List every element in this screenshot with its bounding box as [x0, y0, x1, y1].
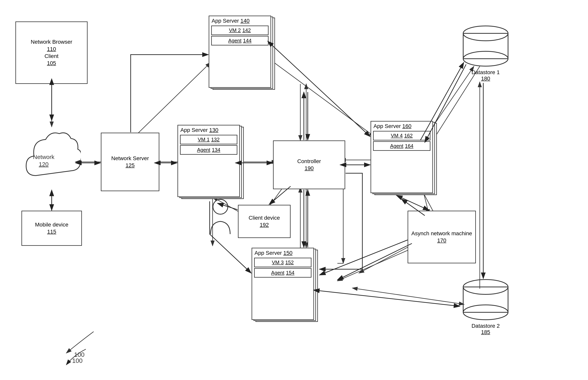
agent-144-id: 144 [243, 38, 251, 44]
datastore2-id: 185 [481, 329, 490, 335]
network-server-label: Network Server [111, 155, 149, 162]
agent-154-id: 154 [286, 270, 294, 276]
client-browser-box: Network Browser 110 Client 105 [15, 21, 88, 84]
app-server-150-main: App Server 150 VM 3 152 Agent 154 [252, 248, 314, 320]
datastore2-label: Datastore 2 [472, 323, 500, 329]
network-server-box: Network Server 125 [101, 133, 159, 191]
app-server-130-main: App Server 130 VM 1 132 Agent 134 [178, 125, 240, 197]
svg-line-55 [319, 240, 408, 275]
browser-id: 110 [47, 46, 56, 53]
app-server-130-stack: App Server 130 VM 1 132 Agent 134 [178, 125, 244, 201]
browser-label: Network Browser [31, 38, 72, 45]
datastore2-svg [460, 279, 511, 322]
agent-144-box: Agent 144 [211, 36, 269, 45]
mobile-id: 115 [47, 228, 56, 235]
agent-144-label: Agent [228, 38, 241, 44]
vm1-id: 132 [211, 136, 220, 143]
app-server-150-label: App Server [255, 250, 282, 256]
app-server-140-stack: App Server 140 VM 2 142 Agent 144 [209, 16, 275, 92]
cloud-svg: Network 120 [20, 121, 81, 195]
app-server-150-title: App Server 150 [252, 248, 313, 257]
mobile-device-box: Mobile device 115 [21, 211, 82, 246]
app-server-140-id: 140 [240, 18, 250, 24]
app-server-160-stack: App Server 160 VM 4 162 Agent 164 [370, 121, 437, 197]
asynch-id: 170 [437, 237, 446, 244]
svg-text:Network: Network [33, 154, 55, 160]
client-device-id: 192 [260, 221, 269, 228]
vm4-label: VM 4 [391, 133, 403, 139]
app-server-160-main: App Server 160 VM 4 162 Agent 164 [370, 121, 433, 193]
person-svg: 194 [207, 197, 234, 236]
client-label: Client [44, 53, 58, 60]
app-server-160-title: App Server 160 [371, 122, 432, 130]
agent-134-id: 134 [212, 147, 220, 153]
asynch-box: Asynch network machine 170 [408, 211, 476, 263]
vm3-label: VM 3 [272, 259, 284, 266]
controller-id: 190 [305, 165, 314, 172]
vm2-id: 142 [242, 27, 251, 33]
svg-line-11 [263, 55, 374, 136]
datastore2: Datastore 2 185 [460, 279, 511, 336]
svg-line-54 [401, 198, 429, 210]
agent-154-box: Agent 154 [254, 268, 312, 278]
datastore1-id: 180 [481, 76, 490, 82]
diagram: Network Browser 110 Client 105 Network 1… [0, 0, 588, 380]
vm2-box: VM 2 142 [211, 26, 269, 35]
agent-134-label: Agent [197, 147, 210, 153]
app-server-130-id: 130 [209, 127, 219, 133]
datastore1-svg [460, 26, 511, 68]
datastore1: Datastore 1 180 [460, 25, 511, 82]
svg-text:120: 120 [39, 161, 49, 167]
person-icon: 194 [207, 197, 234, 236]
agent-134-box: Agent 134 [180, 145, 237, 155]
mobile-label: Mobile device [35, 221, 68, 228]
network-cloud: Network 120 [20, 121, 81, 195]
client-id: 105 [47, 60, 56, 67]
app-server-150-stack: App Server 150 VM 3 152 Agent 154 [252, 248, 318, 324]
svg-line-46 [272, 45, 370, 136]
controller-label: Controller [297, 158, 321, 165]
controller-box: Controller 190 [273, 140, 345, 189]
app-server-130-title: App Server 130 [178, 125, 239, 134]
app-server-150-id: 150 [283, 250, 293, 256]
app-server-130-label: App Server [180, 127, 208, 133]
agent-154-label: Agent [271, 270, 284, 276]
vm1-box: VM 1 132 [180, 135, 237, 144]
vm4-id: 162 [404, 133, 413, 139]
agent-164-box: Agent 164 [373, 141, 430, 151]
datastore1-label: Datastore 1 [472, 69, 500, 76]
vm4-box: VM 4 162 [373, 131, 430, 140]
svg-line-57 [319, 291, 460, 306]
app-server-140-title: App Server 140 [209, 16, 271, 25]
asynch-label: Asynch network machine [411, 230, 472, 237]
agent-164-label: Agent [390, 143, 403, 149]
svg-line-59 [337, 244, 412, 280]
diagram-label-100: 100 [58, 328, 107, 358]
svg-point-29 [213, 199, 228, 214]
ref-100: 100 [72, 357, 82, 364]
client-device-box: Client device 192 [238, 205, 291, 238]
network-server-id: 125 [126, 162, 135, 169]
vm1-label: VM 1 [198, 136, 210, 143]
vm3-id: 152 [285, 259, 294, 266]
client-device-label: Client device [249, 214, 280, 221]
app-server-140-label: App Server [212, 18, 239, 24]
app-server-160-id: 160 [402, 123, 411, 129]
vm2-label: VM 2 [229, 27, 241, 33]
app-server-140-main: App Server 140 VM 2 142 Agent 144 [209, 16, 271, 88]
svg-rect-32 [463, 33, 508, 59]
agent-164-id: 164 [405, 143, 413, 149]
app-server-160-label: App Server [373, 123, 401, 129]
svg-text:194: 194 [216, 235, 225, 236]
svg-line-21 [357, 289, 464, 304]
svg-rect-35 [463, 287, 508, 312]
vm3-box: VM 3 152 [254, 258, 312, 267]
